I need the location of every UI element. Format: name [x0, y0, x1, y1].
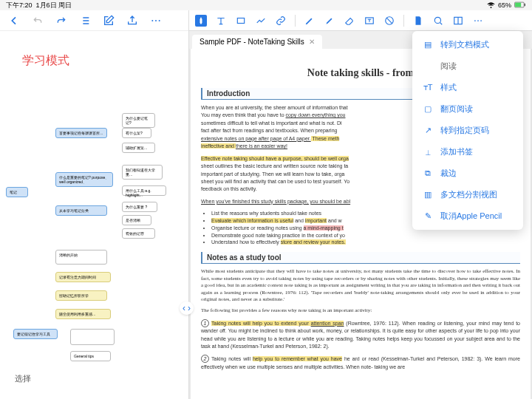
crop-icon: ⧉ [423, 168, 433, 179]
menu-page-flip[interactable]: ▢翻页阅读 [412, 98, 523, 120]
more-menu-button[interactable] [472, 15, 484, 27]
close-icon[interactable]: ✕ [309, 38, 315, 46]
battery-icon [514, 1, 526, 10]
pages-icon: ▢ [423, 104, 433, 115]
edit-button[interactable] [102, 14, 115, 27]
pager[interactable]: ‹ › [180, 301, 194, 315]
mm-node[interactable]: 要记得记住学习工具 [13, 329, 58, 339]
menu-style[interactable]: ᴛT样式 [412, 77, 523, 98]
back-button[interactable] [7, 14, 21, 27]
undo-button[interactable] [31, 14, 44, 27]
eraser-tool-button[interactable] [344, 15, 355, 27]
rect-tool-button[interactable] [235, 15, 247, 27]
select-button[interactable]: 选择 [15, 373, 31, 384]
svg-point-11 [474, 20, 476, 21]
mm-node[interactable]: 留助记忆所听所学 [55, 290, 107, 301]
mm-node[interactable]: 用什么工具:e.g. highlight... [122, 185, 166, 196]
menu-bookmark[interactable]: ⟂添加书签 [412, 141, 523, 163]
pen-tool-button[interactable] [304, 15, 316, 27]
menu-read[interactable]: 阅读 [412, 55, 523, 77]
mm-node[interactable]: 是否清晰 [122, 215, 151, 225]
pencil-off-icon: ✎ [423, 211, 433, 222]
doc-paragraph: While most students anticipate that they… [201, 268, 520, 303]
goto-icon: ↗ [423, 126, 433, 136]
doc-heading: Notes as a study tool [201, 252, 520, 264]
mm-node[interactable]: 从本学习笔记分类 [55, 205, 107, 216]
status-date: 1月6日 周日 [36, 1, 72, 9]
link-tool-button[interactable] [275, 15, 287, 27]
search-button[interactable] [432, 15, 444, 27]
status-bar: 下午7:20 1月6日 周日 65% [0, 0, 532, 10]
svg-point-4 [155, 20, 157, 21]
mm-node[interactable]: 随堂使用利用多重感... [55, 309, 111, 319]
left-panel: 学习模式 笔记 首要事项记在每课课首所... 为什么要记笔记? 有什么策? 辅助… [0, 10, 189, 399]
svg-rect-6 [237, 18, 244, 23]
layout-button[interactable] [452, 15, 464, 27]
mm-node[interactable]: General tips [70, 351, 111, 361]
tab-title: Sample PDF - NoteTaking Skills [200, 38, 304, 46]
menu-split-view[interactable]: ▥多文档分割视图 [412, 184, 523, 205]
svg-point-3 [151, 20, 153, 21]
textbox-tool-button[interactable] [364, 15, 375, 27]
mode-title: 学习模式 [0, 31, 188, 83]
doc-button[interactable] [412, 15, 424, 27]
menu-goto-page[interactable]: ↗转到指定页码 [412, 120, 523, 141]
menu-cancel-pencil[interactable]: ✎取消Apple Pencil [412, 205, 523, 227]
wifi-icon [487, 1, 495, 10]
typography-icon: ᴛT [423, 83, 433, 93]
left-toolbar [0, 10, 188, 31]
doc-list-item: 1Taking notes will help you to extend yo… [201, 319, 520, 351]
doc-paragraph: The following list provides a few reason… [201, 307, 520, 314]
status-time: 下午7:20 [6, 1, 33, 9]
mm-node[interactable]: 有效的记存 [122, 228, 155, 239]
no-tool-button[interactable] [383, 15, 395, 27]
hand-tool-button[interactable] [195, 15, 207, 27]
svg-point-13 [480, 20, 482, 21]
svg-point-12 [477, 20, 479, 21]
mm-node[interactable]: 清晰的开始 [55, 250, 107, 265]
mm-node[interactable]: 辅助扩展策... [122, 143, 155, 153]
svg-point-5 [159, 20, 160, 21]
document-tab[interactable]: Sample PDF - NoteTaking Skills ✕ [192, 35, 322, 49]
split-icon: ▥ [423, 190, 433, 200]
battery-pct: 65% [498, 1, 511, 9]
text-tool-button[interactable] [215, 15, 227, 27]
context-menu: ▤转到文档模式 阅读 ᴛT样式 ▢翻页阅读 ↗转到指定页码 ⟂添加书签 ⧉裁边 … [412, 31, 523, 230]
menu-crop[interactable]: ⧉裁边 [412, 163, 523, 184]
svg-rect-2 [525, 3, 525, 5]
mindmap[interactable]: 笔记 首要事项记在每课课首所... 为什么要记笔记? 有什么策? 辅助扩展策..… [0, 83, 188, 399]
polyline-tool-button[interactable] [255, 15, 267, 27]
mm-node[interactable]: 记录有注意力期间时间 [55, 272, 111, 282]
mm-node[interactable]: 有什么策? [122, 128, 151, 138]
svg-point-9 [434, 17, 440, 23]
mm-root[interactable]: 笔记 [6, 187, 28, 197]
bookmark-icon: ⟂ [423, 147, 433, 157]
redo-button[interactable] [55, 14, 68, 27]
share-button[interactable] [126, 14, 139, 27]
mm-node[interactable]: 我们都知道在大学里... [122, 165, 163, 180]
document-icon: ▤ [423, 40, 433, 50]
page-next-icon[interactable]: › [188, 303, 191, 313]
highlighter-tool-button[interactable] [324, 15, 335, 27]
list-button[interactable] [78, 14, 92, 27]
right-toolbar [189, 10, 532, 31]
svg-rect-1 [515, 2, 521, 7]
mm-node[interactable] [70, 329, 115, 345]
mm-node[interactable]: 为什么重要 ? [122, 202, 157, 212]
more-button[interactable] [149, 14, 163, 27]
menu-doc-mode[interactable]: ▤转到文档模式 [412, 34, 523, 55]
mm-node[interactable]: 什么是重要的笔记? purpose、well organized、 [55, 172, 113, 187]
mm-node[interactable]: 首要事项记在每课课首所... [55, 128, 107, 138]
doc-list-item: 2Taking notes will help you to remember … [201, 355, 520, 371]
mm-node[interactable]: 为什么要记笔记? [122, 113, 155, 128]
page-prev-icon[interactable]: ‹ [183, 303, 185, 313]
